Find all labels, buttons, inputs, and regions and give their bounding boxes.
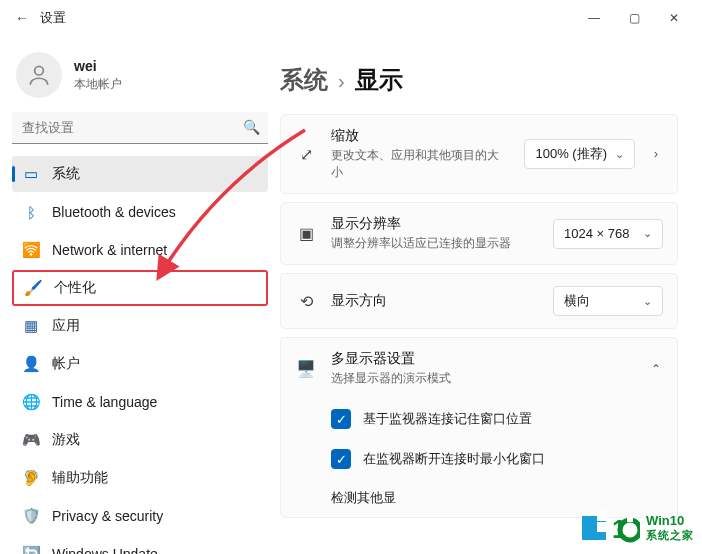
svg-point-0 [35,66,44,75]
shield-icon: 🛡️ [22,507,40,525]
watermark-logo: 1 Win10 系统之家 [582,508,694,548]
setting-multi-display: 🖥️ 多显示器设置 选择显示器的演示模式 ⌃ ✓ 基于监视器连接记住窗口位置 ✓… [280,337,678,518]
option-label: 基于监视器连接记住窗口位置 [363,410,532,428]
sidebar-item-label: Privacy & security [52,508,163,524]
scale-icon: ⤢ [295,145,317,164]
setting-title: 缩放 [331,127,510,145]
option-label: 在监视器断开连接时最小化窗口 [363,450,545,468]
breadcrumb: 系统 › 显示 [280,64,678,96]
person-icon: 👤 [22,355,40,373]
sidebar-item-label: Windows Update [52,546,158,554]
orientation-select[interactable]: 横向 ⌄ [553,286,663,316]
multi-display-icon: 🖥️ [295,359,317,378]
search-input[interactable] [12,112,268,144]
display-icon: ▭ [22,165,40,183]
setting-desc: 选择显示器的演示模式 [331,370,635,387]
back-button[interactable]: ← [8,10,36,26]
sidebar-item-bluetooth[interactable]: ᛒ Bluetooth & devices [12,194,268,230]
resolution-icon: ▣ [295,224,317,243]
breadcrumb-current: 显示 [355,64,403,96]
sidebar-item-label: 帐户 [52,355,80,373]
sidebar: wei 本地帐户 🔍 ▭ 系统 ᛒ Bluetooth & devices 🛜 … [0,36,280,554]
setting-orientation[interactable]: ⟲ 显示方向 横向 ⌄ [280,273,678,329]
svg-rect-7 [627,516,633,522]
minimize-button[interactable]: — [574,3,614,33]
sidebar-item-label: Time & language [52,394,157,410]
update-icon: 🔄 [22,545,40,554]
sidebar-item-label: Bluetooth & devices [52,204,176,220]
chevron-up-icon[interactable]: ⌃ [649,362,663,376]
sidebar-item-accounts[interactable]: 👤 帐户 [12,346,268,382]
avatar [16,52,62,98]
select-value: 100% (推荐) [535,145,607,163]
sidebar-item-label: 应用 [52,317,80,335]
select-value: 1024 × 768 [564,226,629,241]
setting-title: 多显示器设置 [331,350,635,368]
sidebar-item-label: 个性化 [54,279,96,297]
gaming-icon: 🎮 [22,431,40,449]
checkbox-checked-icon[interactable]: ✓ [331,449,351,469]
setting-resolution[interactable]: ▣ 显示分辨率 调整分辨率以适应已连接的显示器 1024 × 768 ⌄ [280,202,678,265]
sidebar-item-label: Network & internet [52,242,167,258]
user-type: 本地帐户 [74,76,122,93]
sidebar-item-label: 辅助功能 [52,469,108,487]
nav-list: ▭ 系统 ᛒ Bluetooth & devices 🛜 Network & i… [12,156,268,554]
setting-title: 显示分辨率 [331,215,539,233]
breadcrumb-parent[interactable]: 系统 [280,64,328,96]
checkbox-checked-icon[interactable]: ✓ [331,409,351,429]
setting-desc: 更改文本、应用和其他项目的大小 [331,147,510,181]
sidebar-item-system[interactable]: ▭ 系统 [12,156,268,192]
sidebar-item-windows-update[interactable]: 🔄 Windows Update [12,536,268,554]
chevron-down-icon: ⌄ [615,148,624,161]
svg-rect-4 [597,522,607,532]
chevron-right-icon[interactable]: › [649,147,663,161]
sidebar-item-gaming[interactable]: 🎮 游戏 [12,422,268,458]
setting-title: 显示方向 [331,292,539,310]
sidebar-item-accessibility[interactable]: 🦻 辅助功能 [12,460,268,496]
wifi-icon: 🛜 [22,241,40,259]
paintbrush-icon: 🖌️ [24,279,42,297]
multi-opt-minimize[interactable]: ✓ 在监视器断开连接时最小化窗口 [281,439,677,479]
sidebar-item-label: 系统 [52,165,80,183]
maximize-button[interactable]: ▢ [614,3,654,33]
user-block[interactable]: wei 本地帐户 [12,44,268,112]
setting-scale[interactable]: ⤢ 缩放 更改文本、应用和其他项目的大小 100% (推荐) ⌄ › [280,114,678,194]
sidebar-item-personalization[interactable]: 🖌️ 个性化 [12,270,268,306]
orientation-icon: ⟲ [295,292,317,311]
resolution-select[interactable]: 1024 × 768 ⌄ [553,219,663,249]
search-box[interactable]: 🔍 [12,112,268,144]
option-label: 检测其他显 [331,489,396,507]
close-button[interactable]: ✕ [654,3,694,33]
titlebar: ← 设置 — ▢ ✕ [0,0,702,36]
svg-rect-3 [597,511,607,521]
sidebar-item-apps[interactable]: ▦ 应用 [12,308,268,344]
chevron-down-icon: ⌄ [643,227,652,240]
user-name: wei [74,58,122,74]
sidebar-item-privacy[interactable]: 🛡️ Privacy & security [12,498,268,534]
scale-select[interactable]: 100% (推荐) ⌄ [524,139,635,169]
main-panel: 系统 › 显示 ⤢ 缩放 更改文本、应用和其他项目的大小 100% (推荐) ⌄… [280,36,702,554]
watermark-line2: 系统之家 [646,529,694,542]
sidebar-item-time-language[interactable]: 🌐 Time & language [12,384,268,420]
globe-clock-icon: 🌐 [22,393,40,411]
setting-desc: 调整分辨率以适应已连接的显示器 [331,235,539,252]
accessibility-icon: 🦻 [22,469,40,487]
apps-icon: ▦ [22,317,40,335]
breadcrumb-sep-icon: › [338,70,345,93]
sidebar-item-label: 游戏 [52,431,80,449]
bluetooth-icon: ᛒ [22,203,40,221]
select-value: 横向 [564,292,590,310]
search-icon: 🔍 [243,119,260,135]
watermark-line1: Win10 [646,514,694,529]
chevron-down-icon: ⌄ [643,295,652,308]
multi-display-header[interactable]: 🖥️ 多显示器设置 选择显示器的演示模式 ⌃ [281,338,677,399]
multi-opt-remember[interactable]: ✓ 基于监视器连接记住窗口位置 [281,399,677,439]
window-title: 设置 [40,9,66,27]
sidebar-item-network[interactable]: 🛜 Network & internet [12,232,268,268]
